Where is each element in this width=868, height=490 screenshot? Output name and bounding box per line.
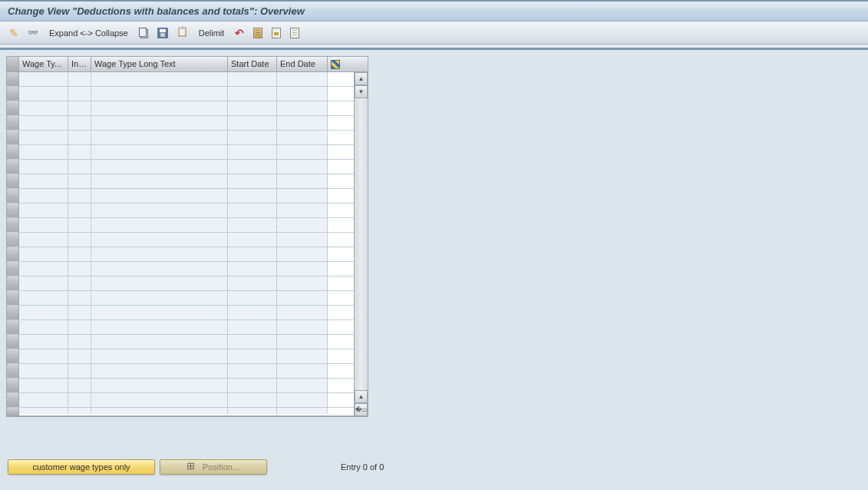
col-end-date[interactable]: End Date [277,57,328,71]
position-label: Position... [203,462,239,472]
table-row[interactable] [7,349,354,364]
scrollbar-track[interactable] [355,98,368,390]
table-row[interactable] [7,247,354,262]
data-table: Wage Ty... Inf... Wage Type Long Text St… [6,56,368,417]
row-selector[interactable] [7,218,19,232]
position-button[interactable]: Position... [160,459,267,475]
table-row[interactable] [7,291,354,306]
table-row[interactable] [7,87,354,101]
row-selector[interactable] [7,101,19,115]
scroll-up-bottom-icon[interactable]: ▲ [355,390,368,403]
footer: customer wage types only Position... Ent… [8,459,860,475]
scroll-up-icon[interactable]: ▲ [355,72,368,85]
other-view-icon[interactable] [25,25,41,41]
row-selector[interactable] [7,233,19,247]
col-wage-type[interactable]: Wage Ty... [19,57,68,71]
row-selector[interactable] [7,393,19,407]
table-row[interactable] [7,379,354,393]
row-selector[interactable] [7,335,19,349]
row-selector[interactable] [7,189,19,203]
row-selector[interactable] [7,379,19,392]
row-selector[interactable] [7,131,19,144]
table-row[interactable] [7,262,354,276]
table-row[interactable] [7,131,354,145]
table-header: Wage Ty... Inf... Wage Type Long Text St… [7,57,368,72]
row-selector[interactable] [7,204,19,217]
table-config-icon[interactable] [328,57,343,71]
select-all-header[interactable] [7,57,19,71]
scroll-down-icon[interactable]: ▼ [355,85,368,98]
row-selector[interactable] [7,116,19,130]
row-selector[interactable] [7,145,19,159]
copy-icon[interactable] [136,25,151,41]
title-bar: Change View "Deductions with balances an… [0,0,868,22]
row-selector[interactable] [7,276,19,290]
table-row[interactable] [7,160,354,174]
table-row[interactable] [7,393,354,408]
toolbar: Expand <-> Collapse Delimit [0,22,868,45]
row-selector[interactable] [7,306,19,319]
table-row[interactable] [7,72,354,87]
customer-wage-types-button[interactable]: customer wage types only [8,459,155,475]
tree-icon [187,462,196,472]
col-wage-type-long-text[interactable]: Wage Type Long Text [91,57,228,71]
table-row[interactable] [7,320,354,335]
expand-collapse-button[interactable]: Expand <-> Collapse [45,28,133,38]
row-selector[interactable] [7,262,19,276]
save-icon[interactable] [154,25,171,41]
scroll-down-bottom-icon[interactable]: �▭ [355,403,368,416]
table-body [7,72,354,416]
toggle-display-change-icon[interactable] [6,25,21,41]
page-title: Change View "Deductions with balances an… [8,5,305,17]
main-content-area: www.tutorialkart.com Wage Ty... Inf... W… [0,48,868,490]
vertical-scrollbar[interactable]: ▲ ▼ ▲ �▭ [354,72,368,416]
row-selector[interactable] [7,247,19,261]
table-row[interactable] [7,174,354,189]
deselect-all-icon[interactable] [287,25,302,41]
select-all-icon[interactable] [250,25,266,41]
row-selector[interactable] [7,72,19,86]
table-row[interactable] [7,218,354,233]
table-row[interactable] [7,204,354,218]
table-row[interactable] [7,335,354,349]
table-row[interactable] [7,306,354,320]
select-block-icon[interactable] [269,25,284,41]
table-row[interactable] [7,116,354,131]
row-selector[interactable] [7,160,19,174]
undo-icon[interactable] [232,25,247,41]
entry-count: Entry 0 of 0 [341,462,384,472]
row-selector[interactable] [7,364,19,378]
row-selector[interactable] [7,87,19,101]
delimit-icon[interactable] [174,25,191,41]
table-row[interactable] [7,364,354,379]
table-row[interactable] [7,276,354,291]
col-inf[interactable]: Inf... [68,57,91,71]
table-row[interactable] [7,145,354,160]
table-row[interactable] [7,233,354,247]
table-row[interactable] [7,408,354,416]
row-selector[interactable] [7,349,19,363]
col-start-date[interactable]: Start Date [228,57,277,71]
table-row[interactable] [7,189,354,204]
row-selector[interactable] [7,320,19,334]
table-row[interactable] [7,101,354,116]
row-selector[interactable] [7,174,19,188]
delimit-button[interactable]: Delimit [194,28,229,38]
row-selector[interactable] [7,408,19,416]
row-selector[interactable] [7,291,19,305]
